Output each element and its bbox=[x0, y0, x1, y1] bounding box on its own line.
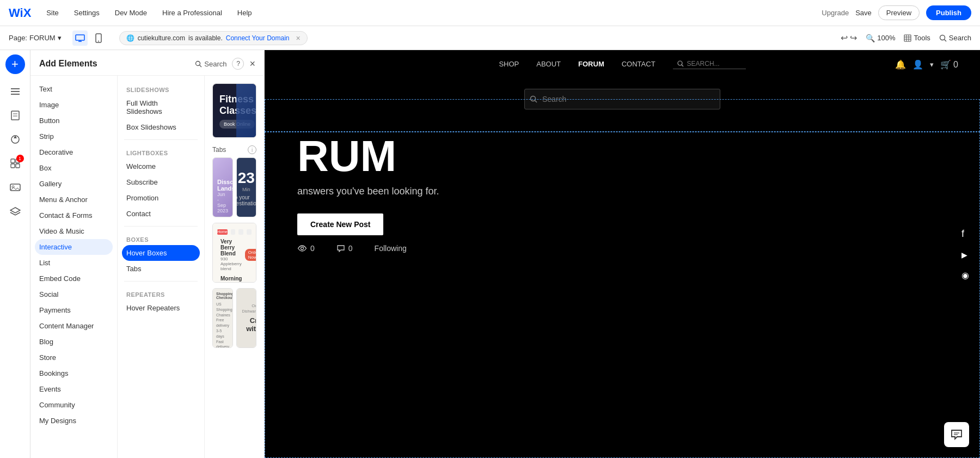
forum-search-input[interactable] bbox=[524, 89, 720, 109]
nav-forum[interactable]: FORUM bbox=[578, 60, 604, 68]
cat-box[interactable]: Box bbox=[30, 160, 117, 176]
panel-title: Add Elements bbox=[39, 59, 97, 69]
tools-label: Tools bbox=[914, 34, 930, 42]
upgrade-button[interactable]: Upgrade bbox=[822, 9, 849, 17]
cat-events[interactable]: Events bbox=[30, 381, 117, 397]
instagram-icon[interactable]: ◉ bbox=[961, 270, 969, 280]
cat-image[interactable]: Image bbox=[30, 97, 117, 113]
wix-logo[interactable]: WiX bbox=[9, 6, 31, 20]
abstract-preview-card[interactable]: Dissociated Landscapes Jun - Sep 2023 bbox=[212, 157, 233, 217]
connect-domain-link[interactable]: Connect Your Domain bbox=[226, 34, 290, 42]
avatar-icon[interactable]: 👤 bbox=[912, 59, 923, 69]
cat-decorative[interactable]: Decorative bbox=[30, 144, 117, 160]
product-preview-card[interactable]: Home Very Berry Blend 930 Appleberry ble… bbox=[212, 223, 256, 283]
nav-shop[interactable]: SHOP bbox=[499, 60, 519, 68]
shopping-preview-card[interactable]: Shopping Checkout US Shopping ChainesFre… bbox=[212, 288, 233, 348]
site-nav-search[interactable] bbox=[673, 59, 746, 69]
youtube-icon[interactable]: ▶ bbox=[961, 251, 969, 259]
order-btn-1[interactable]: Order Now bbox=[245, 249, 256, 261]
create-post-button[interactable]: Create New Post bbox=[297, 213, 383, 235]
cat-strip[interactable]: Strip bbox=[30, 129, 117, 144]
cat-social[interactable]: Social bbox=[30, 286, 117, 302]
cat-interactive[interactable]: Interactive bbox=[35, 239, 113, 255]
sidebar-icon-apps[interactable]: 1 bbox=[4, 152, 26, 174]
zoom-control[interactable]: ↩ ↪ bbox=[841, 33, 857, 43]
tools-button[interactable]: Tools bbox=[904, 34, 930, 42]
search-button-topbar[interactable]: Search bbox=[939, 34, 971, 42]
undo-icon[interactable]: ↩ bbox=[841, 33, 848, 43]
sub-full-width-slideshows[interactable]: Full Width Slideshows bbox=[118, 95, 204, 119]
panel-close-button[interactable]: × bbox=[249, 58, 255, 70]
sub-promotion[interactable]: Promotion bbox=[118, 190, 204, 206]
timer-preview-card[interactable]: 23 Min to your destination bbox=[236, 157, 257, 217]
site-nav-icons: 🔔 👤 ▾ 🛒 0 bbox=[895, 59, 958, 69]
cat-button[interactable]: Button bbox=[30, 113, 117, 129]
sidebar-icon-pages[interactable] bbox=[4, 105, 26, 126]
sidebar-icon-media[interactable] bbox=[4, 176, 26, 198]
sidebar-icon-menus[interactable] bbox=[4, 81, 26, 102]
redo-icon[interactable]: ↪ bbox=[850, 33, 857, 43]
cat-text[interactable]: Text bbox=[30, 81, 117, 97]
page-selector[interactable]: Page: FORUM ▾ bbox=[9, 34, 62, 42]
svg-point-32 bbox=[301, 247, 304, 250]
cat-content-manager[interactable]: Content Manager bbox=[30, 318, 117, 334]
sub-tabs[interactable]: Tabs bbox=[118, 261, 204, 277]
forum-area: RUM answers you've been looking for. Cre… bbox=[265, 120, 980, 264]
nav-site[interactable]: Site bbox=[42, 9, 63, 17]
nav-settings[interactable]: Settings bbox=[70, 9, 104, 17]
zoom-display[interactable]: 🔍 100% bbox=[866, 34, 895, 42]
zoom-icon: 🔍 bbox=[866, 34, 875, 42]
cat-embed-code[interactable]: Embed Code bbox=[30, 271, 117, 286]
cat-list[interactable]: List bbox=[30, 255, 117, 271]
add-elements-button[interactable]: + bbox=[5, 54, 25, 74]
svg-rect-19 bbox=[11, 159, 15, 163]
sub-hover-repeaters[interactable]: Hover Repeaters bbox=[118, 300, 204, 316]
nav-contact[interactable]: CONTACT bbox=[622, 60, 656, 68]
nav-devmode[interactable]: Dev Mode bbox=[111, 9, 151, 17]
mobile-icon[interactable] bbox=[91, 30, 106, 46]
sub-welcome[interactable]: Welcome bbox=[118, 158, 204, 174]
site-search-input[interactable] bbox=[687, 60, 742, 68]
notification-icon[interactable]: 🔔 bbox=[895, 59, 906, 69]
cat-my-designs[interactable]: My Designs bbox=[30, 413, 117, 429]
cat-menu-anchor[interactable]: Menu & Anchor bbox=[30, 192, 117, 207]
nav-hire[interactable]: Hire a Professional bbox=[158, 9, 226, 17]
chevron-down-icon: ▾ bbox=[58, 34, 62, 42]
sub-hover-boxes[interactable]: Hover Boxes bbox=[122, 245, 200, 261]
sidebar-icon-design[interactable] bbox=[4, 129, 26, 150]
cart-icon[interactable]: 🛒 0 bbox=[940, 59, 958, 69]
close-banner-button[interactable]: × bbox=[296, 34, 300, 42]
nav-help[interactable]: Help bbox=[233, 9, 256, 17]
chat-bubble[interactable] bbox=[944, 422, 969, 447]
website-preview: SHOP ABOUT FORUM CONTACT 🔔 👤 ▾ 🛒 0 bbox=[265, 50, 980, 458]
cat-blog[interactable]: Blog bbox=[30, 334, 117, 350]
tabs-info-icon[interactable]: i bbox=[248, 145, 256, 154]
panel-search-button[interactable]: Search bbox=[195, 60, 226, 68]
top-bar: WiX Site Settings Dev Mode Hire a Profes… bbox=[0, 0, 980, 26]
cat-gallery[interactable]: Gallery bbox=[30, 176, 117, 192]
crafted-preview-card[interactable]: Our Studio DishwareIndoorGla... Crafted … bbox=[236, 288, 257, 348]
preview-button[interactable]: Preview bbox=[878, 5, 920, 20]
cat-bookings[interactable]: Bookings bbox=[30, 365, 117, 381]
svg-rect-0 bbox=[76, 35, 84, 40]
sub-contact[interactable]: Contact bbox=[118, 206, 204, 222]
cat-video-music[interactable]: Video & Music bbox=[30, 223, 117, 239]
timer-unit: Min bbox=[242, 187, 250, 192]
cat-payments[interactable]: Payments bbox=[30, 302, 117, 318]
comments-stat: 0 bbox=[336, 244, 353, 253]
panel-help-button[interactable]: ? bbox=[232, 58, 244, 70]
desktop-icon[interactable] bbox=[72, 30, 88, 46]
site-search-box[interactable] bbox=[524, 89, 720, 109]
sub-subscribe[interactable]: Subscribe bbox=[118, 174, 204, 190]
nav-about[interactable]: ABOUT bbox=[536, 60, 561, 68]
save-button[interactable]: Save bbox=[855, 9, 872, 17]
publish-button[interactable]: Publish bbox=[926, 5, 971, 20]
cat-contact-forms[interactable]: Contact & Forms bbox=[30, 207, 117, 223]
sidebar-icon-layers[interactable] bbox=[4, 200, 26, 222]
cat-community[interactable]: Community bbox=[30, 397, 117, 413]
cat-store[interactable]: Store bbox=[30, 350, 117, 365]
chevron-icon[interactable]: ▾ bbox=[930, 60, 934, 68]
sub-box-slideshows[interactable]: Box Slideshows bbox=[118, 119, 204, 135]
facebook-icon[interactable]: f bbox=[961, 228, 969, 240]
fitness-preview-card[interactable]: Fitness Classes Book Online bbox=[212, 83, 256, 138]
